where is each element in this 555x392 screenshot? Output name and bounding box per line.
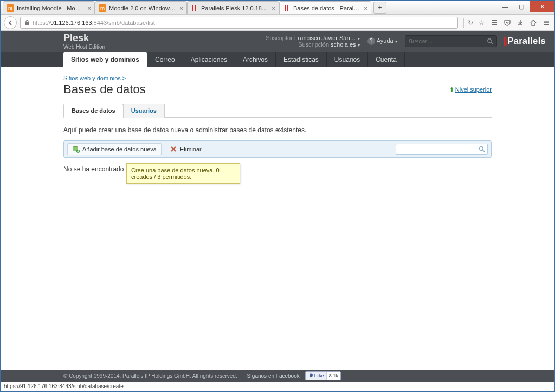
subtab-databases[interactable]: Bases de datos <box>63 104 124 118</box>
toolbar-search[interactable] <box>396 144 488 155</box>
fb-like-widget[interactable]: Like 8.1k <box>305 371 341 380</box>
help-label: Ayuda <box>377 37 393 44</box>
tab-title: Parallels Plesk 12.0.18 for … <box>201 5 269 11</box>
nav-tab-account[interactable]: Cuenta <box>368 52 405 67</box>
database-add-icon <box>72 145 80 153</box>
nav-tab-files[interactable]: Archivos <box>235 52 276 67</box>
svg-rect-4 <box>192 5 193 11</box>
tab-title: Bases de datos - Parallels P… <box>293 5 361 11</box>
titlebar: m Installing Moodle - Moodl… × m Moodle … <box>1 1 554 15</box>
sub-tabs: Bases de datos Usuarios <box>63 103 492 118</box>
footer: © Copyright 1999-2014. Parallels IP Hold… <box>1 370 554 382</box>
new-tab-button[interactable]: + <box>373 2 386 14</box>
svg-point-21 <box>480 147 483 150</box>
action-toolbar: Añadir base de datos nueva Eliminar <box>63 140 492 158</box>
downloads-icon[interactable] <box>515 18 525 28</box>
svg-rect-7 <box>287 5 288 11</box>
bookmarks-list-icon[interactable] <box>489 18 499 28</box>
svg-rect-8 <box>25 22 29 25</box>
fb-like-count: 8.1k <box>327 373 340 378</box>
header-search-input[interactable] <box>409 38 487 44</box>
parallels-logo: ||Parallels <box>504 36 546 46</box>
header-search[interactable] <box>405 35 497 47</box>
nav-tab-stats[interactable]: Estadísticas <box>276 52 327 67</box>
subscriber-label: Suscriptor <box>266 35 293 41</box>
chevron-down-icon: ▾ <box>358 43 360 48</box>
add-database-label: Añadir base de datos nueva <box>82 146 157 152</box>
url-host: 91.126.176.163 <box>50 20 92 26</box>
minimize-button[interactable]: — <box>497 1 513 12</box>
browser-tab[interactable]: m Installing Moodle - Moodl… × <box>3 1 95 14</box>
chevron-down-icon: ▾ <box>395 39 397 44</box>
remove-label: Eliminar <box>180 146 202 152</box>
chevron-down-icon: ▾ <box>358 36 360 41</box>
close-window-button[interactable]: ✕ <box>530 1 554 12</box>
subscription-label: Suscripción <box>298 41 329 48</box>
svg-rect-10 <box>492 22 497 23</box>
brand-name: Plesk <box>63 33 105 44</box>
close-icon[interactable]: × <box>88 5 91 11</box>
url-protocol: https:// <box>33 20 50 26</box>
subscriber-block[interactable]: Suscriptor Francisco Javier Sán… ▾ Suscr… <box>266 35 359 48</box>
brand: Plesk Web Host Edition <box>63 33 105 50</box>
browser-tab[interactable]: Parallels Plesk 12.0.18 for … × <box>187 1 279 14</box>
svg-rect-14 <box>544 24 549 25</box>
tooltip: Cree una base de datos nueva. 0 creados … <box>126 163 240 184</box>
browser-tab[interactable]: m Moodle 2.0 on Windows, Il… × <box>95 1 187 14</box>
svg-rect-13 <box>544 22 549 23</box>
pocket-icon[interactable] <box>502 18 512 28</box>
svg-rect-6 <box>285 5 286 11</box>
subscriber-name: Francisco Javier Sán… <box>294 35 356 41</box>
search-icon[interactable] <box>487 38 493 44</box>
remove-button[interactable]: Eliminar <box>165 143 206 155</box>
main-nav: Sitios web y dominios Correo Aplicacione… <box>1 52 554 67</box>
subscription-value: schola.es <box>331 41 356 48</box>
close-icon[interactable]: × <box>272 5 275 11</box>
nav-tab-mail[interactable]: Correo <box>147 52 183 67</box>
brand-edition: Web Host Edition <box>63 44 105 50</box>
remove-icon <box>170 145 177 153</box>
nav-tab-sites[interactable]: Sitios web y dominios <box>63 52 147 67</box>
nav-tab-users[interactable]: Usuarios <box>327 52 368 67</box>
add-database-button[interactable]: Añadir base de datos nueva <box>67 143 162 155</box>
tab-title: Moodle 2.0 on Windows, Il… <box>109 5 177 11</box>
lock-icon <box>24 20 30 26</box>
bookmark-star-icon[interactable]: ☆ <box>476 18 486 28</box>
breadcrumb: Sitios web y dominios > <box>63 75 492 81</box>
upper-level-link[interactable]: ⬆Nivel superior <box>449 86 492 93</box>
reload-button[interactable]: ↻ <box>463 18 473 28</box>
home-icon[interactable] <box>528 18 538 28</box>
page-title: Bases de datos <box>63 82 146 97</box>
page-description: Aquí puede crear una base de datos nueva… <box>63 126 492 134</box>
tab-strip: m Installing Moodle - Moodl… × m Moodle … <box>1 1 497 14</box>
address-bar[interactable]: https://91.126.176.163:8443/smb/database… <box>20 17 458 29</box>
thumb-icon <box>308 372 313 377</box>
breadcrumb-link[interactable]: Sitios web y dominios <box>63 75 121 81</box>
footer-follow-link[interactable]: Síganos en Facebook <box>247 373 299 379</box>
breadcrumb-sep: > <box>122 75 126 81</box>
svg-rect-9 <box>492 20 497 21</box>
browser-window: m Installing Moodle - Moodl… × m Moodle … <box>0 0 555 392</box>
url-path: :8443/smb/database/list <box>92 20 155 26</box>
svg-line-16 <box>491 42 493 44</box>
svg-rect-11 <box>492 24 497 25</box>
help-icon: ? <box>367 37 375 45</box>
tab-title: Installing Moodle - Moodl… <box>17 5 85 11</box>
search-icon[interactable] <box>479 146 485 152</box>
window-controls: — ▢ ✕ <box>497 1 554 14</box>
close-icon[interactable]: × <box>180 5 183 11</box>
toolbar-search-input[interactable] <box>398 146 479 152</box>
status-url: https://91.126.176.163:8443/smb/database… <box>4 383 124 389</box>
svg-text:m: m <box>8 5 12 11</box>
maximize-button[interactable]: ▢ <box>513 1 530 12</box>
browser-tab[interactable]: Bases de datos - Parallels P… × <box>279 1 371 14</box>
footer-copyright: © Copyright 1999-2014. Parallels IP Hold… <box>63 373 237 379</box>
footer-sep: | <box>240 373 242 379</box>
moodle-icon: m <box>7 4 14 12</box>
subtab-users[interactable]: Usuarios <box>123 104 165 118</box>
close-icon[interactable]: × <box>364 5 367 11</box>
back-button[interactable] <box>4 16 17 29</box>
menu-icon[interactable] <box>541 18 551 28</box>
nav-tab-apps[interactable]: Aplicaciones <box>183 52 235 67</box>
help-menu[interactable]: ?Ayuda ▾ <box>367 37 397 45</box>
